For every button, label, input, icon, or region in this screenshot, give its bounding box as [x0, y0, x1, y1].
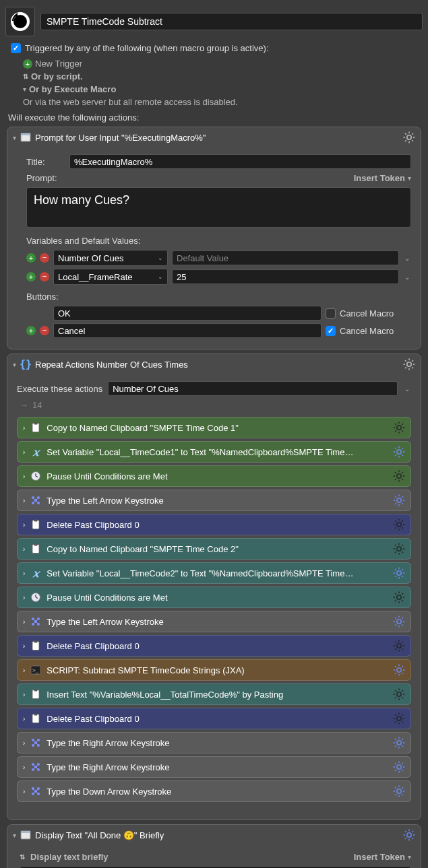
var-name-select[interactable]: Number Of Cues⌄: [53, 250, 168, 266]
var-default-input[interactable]: [172, 269, 399, 284]
step-row[interactable]: ›SCRIPT: Subtract SMPTE TimeCode Strings…: [17, 659, 411, 681]
gear-icon[interactable]: [393, 446, 405, 458]
chevron-right-icon[interactable]: ›: [23, 473, 25, 480]
chevron-down-icon[interactable]: ▾: [23, 86, 26, 93]
chevron-right-icon[interactable]: ›: [23, 618, 25, 626]
braces-icon: {}: [20, 359, 31, 370]
cancel-macro-checkbox[interactable]: [326, 308, 336, 319]
action-header[interactable]: ▾ Display Text "All Done 🙃" Briefly: [7, 825, 421, 845]
step-row[interactable]: ›Delete Past Clipboard 0: [17, 514, 411, 535]
remove-var-button[interactable]: −: [40, 253, 49, 263]
execute-input[interactable]: [108, 381, 398, 396]
remove-var-button[interactable]: −: [40, 272, 49, 281]
gear-icon[interactable]: [393, 761, 405, 773]
gear-icon[interactable]: [393, 519, 405, 531]
gear-icon[interactable]: [393, 567, 405, 579]
step-row[interactable]: ›Delete Past Clipboard 0: [17, 635, 411, 657]
triggered-label: Triggered by any of the following (when …: [25, 43, 269, 53]
step-row[interactable]: ›Delete Past Clipboard 0: [17, 708, 411, 729]
gear-icon[interactable]: [393, 543, 405, 555]
gear-icon[interactable]: [393, 470, 405, 482]
action-header[interactable]: ▾ Prompt for User Input "%ExecutingMacro…: [7, 127, 421, 147]
chevron-right-icon[interactable]: ›: [23, 715, 25, 723]
cancel-macro-checkbox[interactable]: [326, 326, 336, 336]
chevron-down-icon[interactable]: ⌄: [403, 273, 411, 281]
step-row[interactable]: ›Type the Right Arrow Keystroke: [17, 732, 411, 754]
svg-point-19: [13, 15, 27, 28]
step-title: Delete Past Clipboard 0: [47, 641, 388, 651]
chevron-down-icon[interactable]: ▾: [13, 832, 16, 839]
action-prompt-user-input: ▾ Prompt for User Input "%ExecutingMacro…: [7, 127, 421, 349]
chevron-down-icon[interactable]: ▾: [408, 853, 411, 861]
chevron-right-icon[interactable]: ›: [23, 642, 25, 650]
chevron-right-icon[interactable]: ›: [23, 497, 25, 504]
gear-icon[interactable]: [393, 712, 405, 725]
gear-icon[interactable]: [393, 591, 405, 603]
gear-icon[interactable]: [393, 640, 405, 652]
chevron-down-icon[interactable]: ⌄: [403, 255, 411, 262]
step-row[interactable]: ›Pause Until Conditions are Met: [17, 465, 411, 487]
chevron-right-icon[interactable]: ›: [23, 667, 25, 674]
action-header[interactable]: ▾ {} Repeat Actions Number Of Cues Times: [7, 354, 421, 374]
add-trigger-button[interactable]: +: [23, 59, 32, 69]
insert-token-link[interactable]: Insert Token: [354, 852, 405, 862]
var-name-select[interactable]: Local__FrameRate⌄: [53, 269, 168, 285]
step-row[interactable]: ›Type the Left Arrow Keystroke: [17, 611, 411, 632]
step-title: Type the Right Arrow Keystroke: [47, 762, 388, 772]
gear-icon[interactable]: [393, 737, 405, 749]
add-button-button[interactable]: +: [26, 326, 36, 335]
step-row[interactable]: ›Type the Down Arrow Keystroke: [17, 780, 411, 802]
insert-token-link[interactable]: Insert Token: [354, 173, 405, 183]
gear-icon[interactable]: [393, 615, 405, 628]
chevron-right-icon[interactable]: ›: [23, 788, 25, 795]
chevron-down-icon[interactable]: ▾: [13, 134, 16, 141]
chevron-right-icon[interactable]: ›: [23, 448, 25, 456]
gear-icon[interactable]: [393, 785, 405, 797]
remove-button-button[interactable]: −: [40, 326, 49, 335]
gear-icon[interactable]: [403, 358, 415, 370]
gear-icon[interactable]: [393, 688, 405, 700]
step-row[interactable]: ›Insert Text "%Variable%Local__TotalTime…: [17, 683, 411, 705]
gear-icon[interactable]: [393, 494, 405, 506]
chevron-right-icon[interactable]: ›: [23, 570, 25, 577]
or-execute-link[interactable]: Or by Execute Macro: [29, 84, 116, 94]
prompt-textarea[interactable]: [26, 187, 411, 228]
step-row[interactable]: ›Type the Right Arrow Keystroke: [17, 756, 411, 778]
gear-icon[interactable]: [393, 664, 405, 676]
var-default-input[interactable]: [172, 251, 399, 265]
step-row[interactable]: ›Pause Until Conditions are Met: [17, 587, 411, 608]
gear-icon[interactable]: [403, 131, 415, 143]
macro-icon[interactable]: [5, 7, 35, 36]
button-name-input[interactable]: [53, 323, 322, 338]
triggered-checkbox[interactable]: [11, 43, 21, 53]
display-sub-label[interactable]: Display text briefly: [30, 852, 109, 862]
step-row[interactable]: ›Copy to Named Clipboard "SMPTE Time Cod…: [17, 538, 411, 560]
chevron-right-icon[interactable]: ›: [23, 424, 25, 432]
chevron-right-icon[interactable]: ›: [23, 545, 25, 553]
chevron-right-icon[interactable]: ›: [23, 691, 25, 698]
or-script-link[interactable]: Or by script.: [31, 71, 83, 81]
chevron-down-icon[interactable]: ▾: [13, 361, 16, 368]
chevron-right-icon[interactable]: ›: [23, 594, 25, 601]
chevron-right-icon[interactable]: ›: [23, 764, 25, 771]
button-name-input[interactable]: [53, 306, 322, 321]
gear-icon[interactable]: [393, 422, 405, 434]
chevron-down-icon[interactable]: ▾: [408, 174, 411, 182]
macro-title-input[interactable]: [40, 13, 423, 30]
chevron-right-icon[interactable]: ›: [23, 521, 25, 529]
updown-icon[interactable]: ⇅: [20, 853, 25, 861]
chevron-down-icon[interactable]: ⌄: [403, 385, 411, 393]
buttons-label: Buttons:: [26, 292, 411, 302]
gear-icon[interactable]: [403, 829, 415, 841]
step-row[interactable]: ›𝑥Set Variable "Local__TimeCode1" to Tex…: [17, 441, 411, 463]
title-field-input[interactable]: [69, 154, 411, 169]
step-row[interactable]: ›Copy to Named Clipboard "SMPTE Time Cod…: [17, 417, 411, 438]
step-row[interactable]: ›𝑥Set Variable "Local__TimeCode2" to Tex…: [17, 562, 411, 584]
add-var-button[interactable]: +: [26, 272, 36, 281]
chevron-right-icon[interactable]: ›: [23, 739, 25, 747]
cmd-icon: [30, 737, 41, 748]
updown-icon: ⇅: [23, 73, 28, 80]
new-trigger-link[interactable]: New Trigger: [35, 59, 82, 69]
step-row[interactable]: ›Type the Left Arrow Keystroke: [17, 490, 411, 511]
add-var-button[interactable]: +: [26, 253, 36, 263]
